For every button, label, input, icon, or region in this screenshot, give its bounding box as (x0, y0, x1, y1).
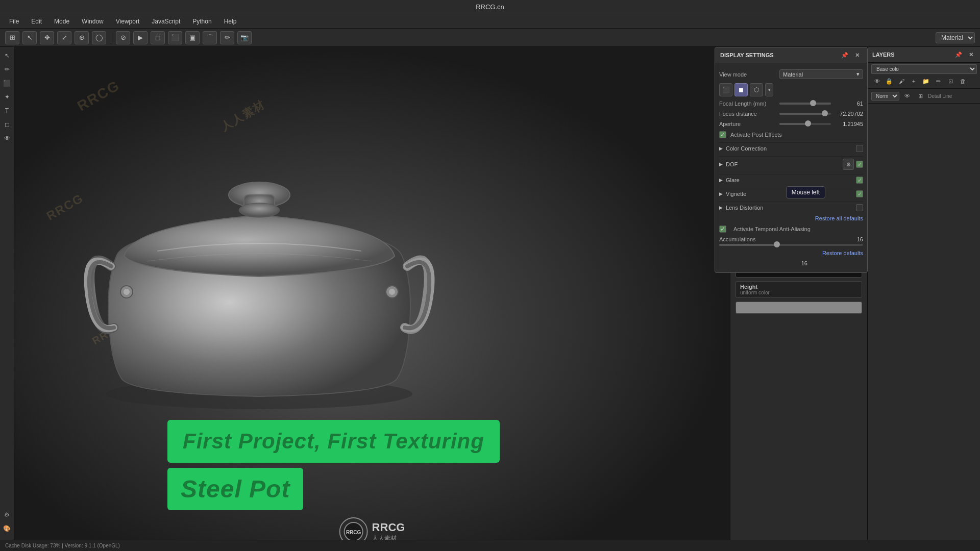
ds-collapse-icon[interactable]: ▾ (765, 83, 773, 96)
menu-javascript[interactable]: JavaScript (146, 16, 185, 27)
menu-python[interactable]: Python (187, 16, 216, 27)
sidebar-eye-icon[interactable]: 👁 (2, 133, 13, 144)
cursor-icon[interactable]: ⊘ (116, 31, 130, 44)
height-title: Height (740, 284, 857, 290)
dof-settings-icon[interactable]: ⚙ (843, 159, 854, 170)
layers-visibility-icon[interactable]: 👁 (871, 76, 883, 87)
focus-distance-thumb[interactable] (822, 110, 828, 116)
cube-icon[interactable]: ▣ (185, 31, 200, 44)
layers-base-dropdown[interactable]: Base colo (871, 64, 977, 74)
circle-icon[interactable]: ◯ (92, 31, 106, 44)
ds-pin-icon[interactable]: 📌 (840, 50, 850, 60)
accumulations-label: Accumulations (719, 236, 756, 242)
menu-help[interactable]: Help (219, 16, 242, 27)
sidebar-shape-icon[interactable]: ◻ (2, 119, 13, 130)
restore-all-button[interactable]: Restore all defaults (719, 213, 863, 223)
accumulations-slider[interactable] (719, 244, 863, 246)
ds-tab-material-icon[interactable]: ◼ (734, 83, 748, 96)
ds-close-icon[interactable]: ✕ (852, 50, 862, 60)
restore-defaults-button[interactable]: Restore defaults (719, 248, 863, 258)
sidebar-text-icon[interactable]: T (2, 105, 13, 116)
render-mode-tabs: ⬛ ◼ ⬡ ▾ (719, 81, 863, 98)
color-correction-section[interactable]: ▶ Color Correction (719, 142, 863, 154)
layers-folder-icon[interactable]: 📁 (920, 76, 932, 87)
layers-paint-icon[interactable]: 🖌 (896, 76, 907, 87)
aperture-row: Aperture 1.21945 (719, 119, 863, 129)
layers-copy-icon[interactable]: ⊡ (945, 76, 956, 87)
height-color-swatch[interactable] (736, 302, 862, 314)
sidebar-settings-icon[interactable]: ⚙ (2, 509, 13, 520)
stop-icon[interactable]: ◻ (151, 31, 165, 44)
focal-length-slider[interactable] (779, 103, 831, 105)
accumulations-thumb[interactable] (774, 241, 780, 247)
activate-post-checkbox[interactable]: ✓ (719, 131, 726, 138)
banner-main-title: First Project, First Texturing (167, 420, 500, 463)
menu-viewport[interactable]: Viewport (111, 16, 144, 27)
add-icon[interactable]: ⊕ (75, 31, 89, 44)
temporal-aa-checkbox[interactable]: ✓ (719, 226, 726, 233)
sidebar-fill-icon[interactable]: ⬛ (2, 78, 13, 89)
view-mode-select[interactable]: Material ▾ (779, 69, 863, 79)
layers-lock-icon[interactable]: 🔒 (884, 76, 895, 87)
brush-icon[interactable]: ✏ (220, 31, 234, 44)
layers-pin-icon[interactable]: 📌 (953, 49, 964, 60)
layers-add-icon[interactable]: + (908, 76, 919, 87)
glare-checkbox[interactable]: ✓ (856, 177, 863, 184)
height-block: Height uniform color (736, 281, 862, 298)
lens-distortion-section[interactable]: ▶ Lens Distortion (719, 202, 863, 213)
dof-label: DOF (726, 161, 738, 167)
layers-checkerboard-icon[interactable]: ⊞ (915, 90, 926, 102)
aperture-slider[interactable] (779, 123, 831, 125)
viewport-mode-select[interactable]: Material (936, 32, 975, 43)
bottom-status: Cache Disk Usage: 73% | Version: 9.1.1 (… (5, 543, 120, 548)
layers-delete-icon[interactable]: 🗑 (957, 76, 968, 87)
lens-distortion-checkbox[interactable] (856, 204, 863, 211)
menu-mode[interactable]: Mode (49, 16, 75, 27)
dof-section[interactable]: ▶ DOF ⚙ ✓ (719, 156, 863, 172)
transform-icon[interactable]: ✥ (40, 31, 54, 44)
layers-mode-row: Norm 👁 ⊞ Detail Line (868, 89, 980, 104)
color-correction-checkbox[interactable] (856, 145, 863, 152)
magnet-icon[interactable]: ⌒ (203, 31, 217, 44)
focal-length-thumb[interactable] (810, 100, 816, 106)
glare-section[interactable]: ▶ Glare ✓ (719, 174, 863, 186)
ds-tab-render-icon[interactable]: ⬛ (719, 83, 732, 96)
layers-close-icon[interactable]: ✕ (966, 49, 976, 60)
vignette-label: Vignette (726, 191, 746, 197)
height-sub: uniform color (740, 290, 857, 295)
aperture-fill (779, 123, 808, 125)
lens-distortion-label: Lens Distortion (726, 205, 763, 211)
select-icon[interactable]: ↖ (22, 31, 37, 44)
temporal-aa-row: ✓ Activate Temporal Anti-Aliasing (719, 223, 863, 235)
color-correction-label: Color Correction (726, 145, 767, 152)
vignette-section[interactable]: ▶ Vignette ✓ (719, 188, 863, 199)
layers-mode-select[interactable]: Norm (871, 92, 899, 101)
viewport: RRCG 人人素材 RRCG 人人素材 RRCG (14, 47, 730, 551)
vignette-checkbox[interactable]: ✓ (856, 190, 863, 197)
sidebar-palette-icon[interactable]: 🎨 (2, 523, 13, 534)
layers-brush2-icon[interactable]: ✏ (933, 76, 944, 87)
activate-post-row: ✓ Activate Post Effects (719, 129, 863, 140)
photo-icon[interactable]: 📷 (237, 31, 252, 44)
menu-file[interactable]: File (4, 16, 24, 27)
temporal-aa-label: Activate Temporal Anti-Aliasing (733, 226, 863, 232)
glare-label: Glare (726, 177, 740, 183)
menu-edit[interactable]: Edit (26, 16, 47, 27)
play-icon[interactable]: ▶ (133, 31, 148, 44)
aperture-thumb[interactable] (805, 120, 811, 127)
dof-checkbox[interactable]: ✓ (856, 161, 863, 168)
ds-tab-3d-icon[interactable]: ⬡ (750, 83, 763, 96)
sidebar-brush-icon[interactable]: ✏ (2, 64, 13, 75)
focus-distance-slider[interactable] (779, 113, 831, 115)
menu-window[interactable]: Window (77, 16, 109, 27)
grid-icon[interactable]: ⊞ (5, 31, 19, 44)
glare-chevron-icon: ▶ (719, 178, 723, 183)
camera-icon[interactable]: ⬛ (168, 31, 182, 44)
focal-length-value: 61 (835, 101, 863, 107)
scale-icon[interactable]: ⤢ (57, 31, 71, 44)
sidebar-fx-icon[interactable]: ✦ (2, 91, 13, 103)
lens-distortion-chevron-icon: ▶ (719, 205, 723, 210)
vignette-chevron-icon: ▶ (719, 191, 723, 196)
sidebar-arrow-icon[interactable]: ↖ (2, 50, 13, 61)
layers-eye2-icon[interactable]: 👁 (901, 90, 913, 102)
